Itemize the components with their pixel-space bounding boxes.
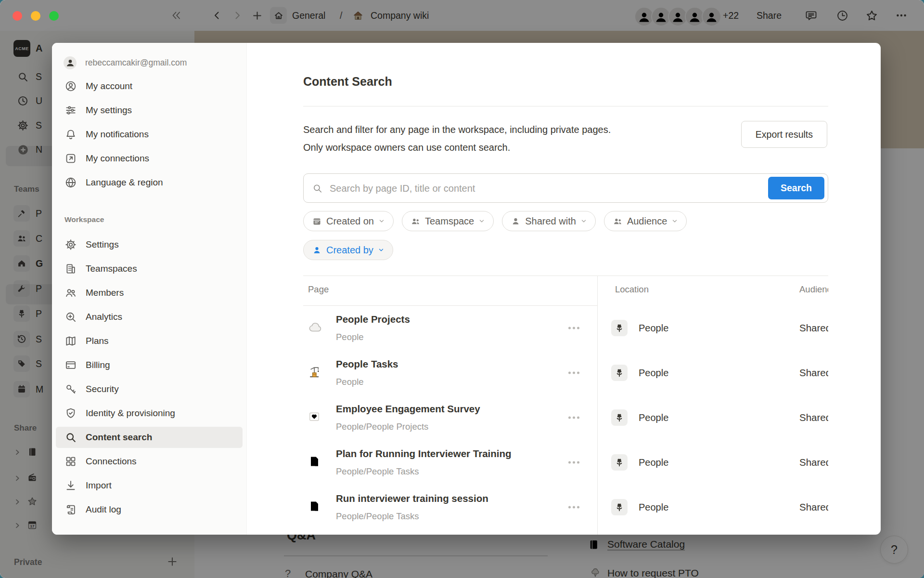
search-button[interactable]: Search <box>768 177 824 199</box>
person-icon <box>511 216 521 226</box>
nav-item-security[interactable]: Security <box>56 379 243 400</box>
workspace-section-label: Workspace <box>64 215 104 224</box>
nav-item-teamspaces[interactable]: Teamspaces <box>56 258 243 279</box>
nav-item-label: My settings <box>86 105 132 116</box>
row-location: People <box>639 501 668 512</box>
account-header: rebeccamcakir@gmail.com <box>56 52 243 73</box>
nav-item-analytics[interactable]: Analytics <box>56 306 243 328</box>
table-row[interactable]: Run interviewer training session People/… <box>303 485 828 529</box>
row-more-options-icon[interactable] <box>568 461 579 463</box>
shield-check-icon <box>64 407 77 420</box>
nav-item-audit-log[interactable]: Audit log <box>56 499 243 520</box>
globe-icon <box>64 176 77 189</box>
nav-item-label: Analytics <box>86 312 122 322</box>
nav-item-label: Connections <box>86 456 137 467</box>
map-icon <box>64 335 77 347</box>
table-row[interactable]: Employee Engagement Survey People/People… <box>303 395 828 440</box>
table-row[interactable]: People Projects People People Shared <box>303 305 828 350</box>
row-title[interactable]: Plan for Running Interviewer Training <box>336 448 512 460</box>
gear-icon <box>64 238 77 251</box>
content-search-panel: Content Search Search and filter for any… <box>247 43 881 535</box>
people-icon <box>411 216 421 226</box>
content-search-bar: Search <box>303 173 828 203</box>
search-input[interactable] <box>329 174 754 203</box>
filter-label: Created on <box>326 216 374 227</box>
table-row[interactable]: People Tasks People People Shared <box>303 350 828 395</box>
row-audience: Shared <box>799 457 828 468</box>
person-circle-icon <box>64 80 77 92</box>
settings-modal: rebeccamcakir@gmail.com My account My se… <box>52 43 881 535</box>
nav-item-settings[interactable]: Settings <box>56 234 243 255</box>
row-title[interactable]: People Projects <box>336 314 410 325</box>
people-icon <box>613 216 623 226</box>
people-teamspace-icon <box>611 320 628 336</box>
credit-card-icon <box>64 359 77 371</box>
filter-created-on[interactable]: Created on <box>303 211 394 231</box>
zoom-window-button[interactable] <box>49 11 59 21</box>
minimize-window-button[interactable] <box>31 11 40 21</box>
row-path: People/People Projects <box>336 421 428 432</box>
column-header-location[interactable]: Location <box>615 284 649 295</box>
sliders-icon <box>64 104 77 117</box>
nav-item-label: My notifications <box>86 129 149 140</box>
nav-item-billing[interactable]: Billing <box>56 355 243 376</box>
column-header-audience[interactable]: Audience <box>799 284 828 295</box>
gray-page-icon <box>307 454 323 471</box>
nav-item-connections[interactable]: Connections <box>56 451 243 472</box>
people-teamspace-icon <box>611 409 628 426</box>
chevron-down-icon <box>580 218 587 224</box>
filter-created-by[interactable]: Created by <box>303 240 393 260</box>
row-title[interactable]: Run interviewer training session <box>336 493 488 504</box>
row-more-options-icon[interactable] <box>568 371 579 374</box>
page-title: Content Search <box>303 75 392 89</box>
nav-item-my-settings[interactable]: My settings <box>56 100 243 121</box>
filter-label: Shared with <box>525 216 576 227</box>
row-path: People/People Tasks <box>336 511 419 522</box>
calendar-icon <box>312 216 322 226</box>
description-line: Only workspace owners can use content se… <box>303 139 611 157</box>
filter-shared-with[interactable]: Shared with <box>502 211 596 231</box>
filter-teamspace[interactable]: Teamspace <box>402 211 494 231</box>
filter-audience[interactable]: Audience <box>604 211 687 231</box>
nav-item-label: Import <box>86 480 112 491</box>
nav-item-members[interactable]: Members <box>56 282 243 303</box>
filter-label: Created by <box>326 245 373 256</box>
close-window-button[interactable] <box>13 11 22 21</box>
column-header-page[interactable]: Page <box>308 284 329 295</box>
chevron-down-icon <box>478 218 485 224</box>
nav-item-my-account[interactable]: My account <box>56 76 243 97</box>
nav-item-label: My account <box>86 81 132 92</box>
table-row[interactable]: Plan for Running Interviewer Training Pe… <box>303 440 828 485</box>
nav-item-my-notifications[interactable]: My notifications <box>56 124 243 145</box>
nav-item-label: Identity & provisioning <box>86 408 175 419</box>
row-more-options-icon[interactable] <box>568 506 579 508</box>
chevron-down-icon <box>671 218 678 224</box>
row-audience: Shared <box>799 412 828 423</box>
nav-item-label: Security <box>86 384 119 394</box>
crane-page-icon <box>307 365 323 381</box>
row-title[interactable]: Employee Engagement Survey <box>336 403 480 415</box>
nav-item-label: My connections <box>86 153 149 164</box>
cloud-page-icon <box>307 320 323 336</box>
members-icon <box>64 287 77 299</box>
export-results-button[interactable]: Export results <box>741 121 827 148</box>
download-arrow-icon <box>64 479 77 492</box>
key-icon <box>64 383 77 395</box>
account-avatar <box>64 56 77 69</box>
row-more-options-icon[interactable] <box>568 416 579 419</box>
nav-item-label: Billing <box>86 360 110 370</box>
nav-item-my-connections[interactable]: My connections <box>56 148 243 169</box>
nav-item-label: Members <box>86 288 124 298</box>
love-letter-page-icon <box>307 409 323 426</box>
row-more-options-icon[interactable] <box>568 327 579 329</box>
nav-item-plans[interactable]: Plans <box>56 330 243 352</box>
nav-item-identity-provisioning[interactable]: Identity & provisioning <box>56 403 243 424</box>
nav-item-content-search[interactable]: Content search <box>56 427 243 448</box>
nav-item-label: Audit log <box>86 504 121 515</box>
scroll-icon <box>64 503 77 516</box>
nav-item-language-region[interactable]: Language & region <box>56 172 243 193</box>
nav-item-import[interactable]: Import <box>56 475 243 496</box>
nav-item-label: Teamspaces <box>86 263 137 274</box>
row-path: People/People Tasks <box>336 466 419 477</box>
row-title[interactable]: People Tasks <box>336 358 398 370</box>
